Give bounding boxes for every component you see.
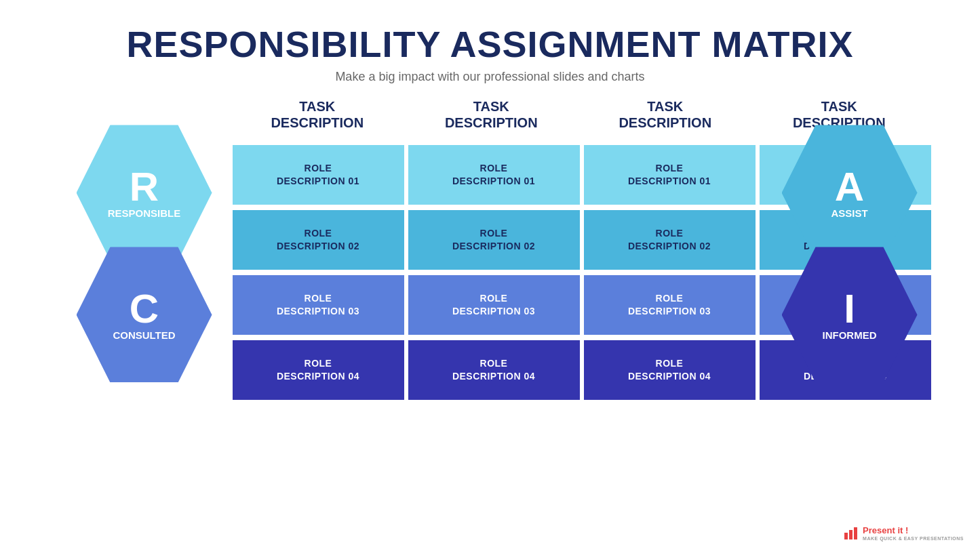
cell-r1-3: ROLEDESCRIPTION 01 bbox=[584, 145, 756, 205]
cell-r2-1: ROLEDESCRIPTION 02 bbox=[233, 210, 404, 270]
cell-r3-2: ROLEDESCRIPTION 03 bbox=[408, 275, 580, 335]
hex-I: I INFORMED bbox=[782, 247, 918, 382]
hex-C-label: CONSULTED bbox=[113, 329, 175, 341]
left-hexagons: R RESPONSIBLE C CONSULTED bbox=[56, 131, 233, 375]
brand-name: Present it ! bbox=[863, 525, 964, 536]
brand-subtext: MAKE QUICK & EASY PRESENTATIONS bbox=[863, 536, 964, 542]
hex-R-letter: R bbox=[130, 167, 159, 207]
right-hexagons: A ASSIST I INFORMED bbox=[762, 131, 938, 375]
cell-r4-3: ROLEDESCRIPTION 04 bbox=[584, 340, 756, 400]
header: RESPONSIBILITY ASSIGNMENT MATRIX Make a … bbox=[126, 0, 853, 84]
brand-bars bbox=[844, 527, 857, 539]
hex-C: C CONSULTED bbox=[77, 247, 212, 382]
cell-r1-2: ROLEDESCRIPTION 01 bbox=[408, 145, 580, 205]
task-header-3: TASKDESCRIPTION bbox=[581, 91, 751, 138]
hex-C-letter: C bbox=[130, 289, 159, 329]
cell-r1-1: ROLEDESCRIPTION 01 bbox=[233, 145, 404, 205]
hex-I-label: INFORMED bbox=[823, 329, 877, 341]
task-header-2: TASKDESCRIPTION bbox=[406, 91, 576, 138]
task-header-1: TASKDESCRIPTION bbox=[233, 91, 403, 138]
brand-text-group: Present it ! MAKE QUICK & EASY PRESENTAT… bbox=[863, 525, 964, 542]
brand-bar-1 bbox=[844, 533, 848, 539]
cell-r4-2: ROLEDESCRIPTION 04 bbox=[408, 340, 580, 400]
hex-R-label: RESPONSIBLE bbox=[108, 207, 181, 219]
cell-r2-3: ROLEDESCRIPTION 02 bbox=[584, 210, 756, 270]
hex-A-letter: A bbox=[835, 167, 864, 207]
brand-bar-2 bbox=[849, 530, 852, 539]
cell-r3-1: ROLEDESCRIPTION 03 bbox=[233, 275, 404, 335]
cell-r3-3: ROLEDESCRIPTION 03 bbox=[584, 275, 756, 335]
main-title: RESPONSIBILITY ASSIGNMENT MATRIX bbox=[126, 24, 853, 64]
page-container: RESPONSIBILITY ASSIGNMENT MATRIX Make a … bbox=[0, 0, 980, 551]
cell-r4-1: ROLEDESCRIPTION 04 bbox=[233, 340, 404, 400]
branding: Present it ! MAKE QUICK & EASY PRESENTAT… bbox=[844, 525, 964, 542]
hex-A-label: ASSIST bbox=[831, 207, 867, 219]
hex-I-letter: I bbox=[844, 289, 855, 329]
cell-r2-2: ROLEDESCRIPTION 02 bbox=[408, 210, 580, 270]
brand-bar-3 bbox=[854, 527, 857, 539]
hex-R: R RESPONSIBLE bbox=[77, 125, 212, 260]
hex-A: A ASSIST bbox=[782, 125, 918, 260]
subtitle: Make a big impact with our professional … bbox=[126, 70, 853, 84]
